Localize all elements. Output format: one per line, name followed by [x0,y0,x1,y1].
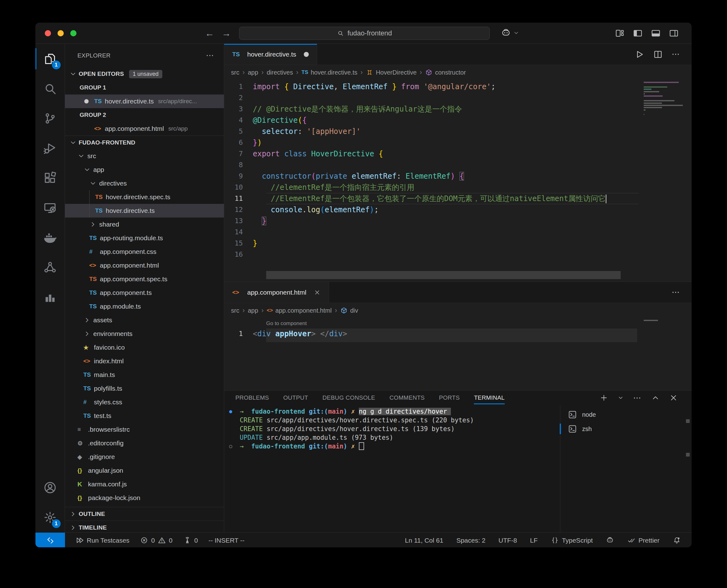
run-file-button[interactable] [634,49,644,59]
command-decoration-icon[interactable]: ○ [229,442,232,450]
tree-file--gitignore[interactable]: ◆.gitignore [65,450,224,464]
breadcrumb-item[interactable]: src [231,69,239,76]
tree-file-package-lock-json[interactable]: {}package-lock.json [65,491,224,505]
project-section-header[interactable]: FUDAO-FRONTEND [65,135,224,149]
nav-forward-icon[interactable]: → [222,28,231,39]
tree-file-hover-directive-ts[interactable]: TShover.directive.ts [65,204,224,217]
tree-file-test-ts[interactable]: TStest.ts [65,409,224,423]
minimize-window-button[interactable] [58,30,64,36]
terminal-profiles-dropdown-icon[interactable] [618,395,624,401]
new-terminal-button[interactable] [600,394,608,402]
tree-file-app-component-ts[interactable]: TSapp.component.ts [65,286,224,300]
tree-file-hover-directive-spec-ts[interactable]: TShover.directive.spec.ts [65,190,224,204]
tree-file-app-routing-module-ts[interactable]: TSapp-routing.module.ts [65,231,224,245]
minimap[interactable] [644,82,685,119]
tree-file-karma-conf-js[interactable]: Kkarma.conf.js [65,477,224,491]
close-tab-icon[interactable] [314,289,321,296]
activity-search[interactable] [36,74,65,104]
maximize-panel-icon[interactable] [651,394,660,402]
status-copilot-status[interactable] [606,536,614,545]
tree-folder-environments[interactable]: environments [65,327,224,341]
tree-file-polyfills-ts[interactable]: TSpolyfills.ts [65,382,224,395]
panel-tab-terminal[interactable]: TERMINAL [474,391,504,405]
toggle-panel-icon[interactable] [650,28,661,39]
tree-folder-app[interactable]: app [65,163,224,176]
copilot-menu[interactable] [501,28,519,38]
horizontal-scrollbar[interactable] [266,271,621,279]
terminal-instance-zsh[interactable]: zsh [560,422,691,436]
panel-tab-output[interactable]: OUTPUT [283,391,308,405]
open-editor-item[interactable]: <>app.component.htmlsrc/app [65,122,224,135]
breadcrumb-item[interactable]: TShover.directive.ts [302,69,358,76]
editor-more-actions-icon[interactable]: ⋯ [672,288,680,297]
tree-file-angular-json[interactable]: {}angular.json [65,464,224,477]
minimap[interactable] [644,320,685,322]
activity-extensions[interactable] [36,163,65,193]
terminal-instance-node[interactable]: node [560,407,691,422]
activity-accounts[interactable] [36,473,65,503]
activity-remote-explorer[interactable] [36,193,65,223]
breadcrumb-item[interactable]: app [248,307,258,314]
tree-file-favicon-ico[interactable]: ★favicon.ico [65,341,224,354]
explorer-more-actions-icon[interactable]: ⋯ [206,51,215,60]
activity-settings[interactable]: 1 [36,503,65,532]
status-language-mode[interactable]: TypeScript [551,536,593,545]
command-decoration-icon[interactable]: ● [229,407,232,416]
activity-source-control[interactable] [36,104,65,133]
status-run-testcases[interactable]: Run Testcases [76,536,129,545]
breadcrumb-item[interactable]: constructor [425,69,466,76]
breadcrumb-item[interactable]: <>app.component.html [267,307,332,314]
tree-file--browserslistrc[interactable]: ≡.browserslistrc [65,423,224,436]
tree-file-main-ts[interactable]: TSmain.ts [65,368,224,382]
status-encoding[interactable]: UTF-8 [499,537,517,544]
tree-folder-shared[interactable]: shared [65,217,224,231]
open-editor-item[interactable]: TShover.directive.tssrc/app/direc... [65,94,224,108]
status-problems[interactable]: 00 [140,536,172,545]
codelens-go-to-component[interactable]: Go to component [224,319,691,328]
timeline-section-header[interactable]: TIMELINE [65,521,224,532]
status-eol[interactable]: LF [530,537,538,544]
tree-file-app-component-css[interactable]: #app.component.css [65,245,224,258]
editor-more-actions-icon[interactable]: ⋯ [672,49,680,59]
status-vim-mode[interactable]: -- INSERT -- [208,537,244,544]
tree-file-app-component-spec-ts[interactable]: TSapp.component.spec.ts [65,272,224,286]
status-formatter[interactable]: Prettier [627,536,660,545]
tree-file-index-html[interactable]: <>index.html [65,354,224,368]
close-window-button[interactable] [45,30,51,36]
status-notifications[interactable] [672,536,681,545]
breadcrumb-item[interactable]: div [340,307,358,314]
breadcrumb-item[interactable]: HoverDirective [366,69,417,76]
split-editor-button[interactable] [653,49,663,59]
activity-explorer[interactable]: 1 [36,44,65,74]
status-ports-forwarded[interactable]: 0 [183,536,198,545]
activity-docker[interactable] [36,223,65,253]
tree-file-app-module-ts[interactable]: TSapp.module.ts [65,300,224,313]
panel-tab-comments[interactable]: COMMENTS [390,391,425,405]
panel-more-actions-icon[interactable]: ⋯ [633,393,642,403]
open-editors-header[interactable]: OPEN EDITORS 1 unsaved [65,67,224,81]
status-cursor-position[interactable]: Ln 11, Col 61 [405,537,443,544]
activity-metrics[interactable] [36,282,65,312]
tree-file-styles-css[interactable]: #styles.css [65,395,224,409]
panel-tab-debug-console[interactable]: DEBUG CONSOLE [322,391,375,405]
breadcrumb-item[interactable]: app [248,69,258,76]
code-editor[interactable]: 1import { Directive, ElementRef } from '… [224,80,691,281]
remote-indicator[interactable] [36,533,65,548]
tree-file--editorconfig[interactable]: ⚙.editorconfig [65,436,224,450]
terminal[interactable]: ●→ fudao-frontend git:(main) ✗ ng g d di… [224,405,560,532]
zoom-window-button[interactable] [70,30,77,36]
panel-tab-ports[interactable]: PORTS [439,391,460,405]
tree-folder-assets[interactable]: assets [65,313,224,327]
tree-file-app-component-html[interactable]: <>app.component.html [65,258,224,272]
status-indentation[interactable]: Spaces: 2 [457,537,485,544]
activity-run-debug[interactable] [36,133,65,163]
breadcrumb-item[interactable]: src [231,307,239,314]
toggle-primary-sidebar-icon[interactable] [632,28,643,39]
customize-layout-icon[interactable] [614,28,625,39]
toggle-secondary-sidebar-icon[interactable] [669,28,679,39]
command-center-search[interactable]: fudao-frontend [239,27,490,40]
close-panel-icon[interactable] [669,394,678,402]
nav-back-icon[interactable]: ← [205,28,214,39]
tab-hover-directive-ts[interactable]: TS hover.directive.ts [224,44,317,65]
outline-section-header[interactable]: OUTLINE [65,507,224,521]
